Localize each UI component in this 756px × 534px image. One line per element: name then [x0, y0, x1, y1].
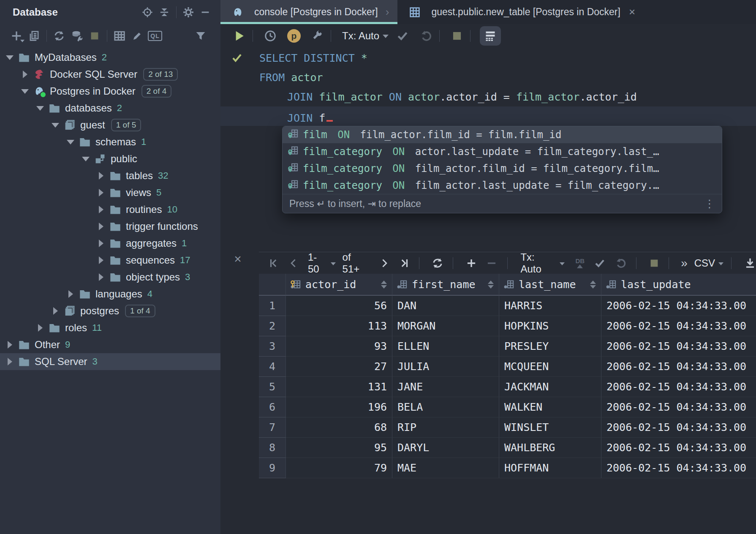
- cell-actor_id[interactable]: 113: [286, 316, 392, 336]
- cell-actor_id[interactable]: 56: [286, 296, 392, 316]
- cell-last_name[interactable]: WALKEN: [499, 397, 601, 417]
- tree-item-aggregates[interactable]: aggregates1: [0, 235, 220, 252]
- column-header-last_name[interactable]: last_name: [499, 274, 601, 296]
- code-line-2[interactable]: FROM actor: [220, 68, 756, 87]
- collapse-arrow-icon[interactable]: [4, 55, 15, 60]
- collapse-arrow-icon[interactable]: [50, 123, 61, 128]
- cell-last_name[interactable]: HOPKINS: [499, 316, 601, 336]
- tree-item-sql-server[interactable]: SQL Server3: [0, 353, 220, 370]
- cell-last_update[interactable]: 2006-02-15 04:34:33.00: [601, 438, 756, 458]
- expand-arrow-icon[interactable]: [95, 172, 106, 180]
- add-datasource-button[interactable]: [8, 27, 25, 45]
- cell-last_update[interactable]: 2006-02-15 04:34:33.00: [601, 296, 756, 316]
- wrench-icon[interactable]: [308, 26, 327, 46]
- tree-item-sequences[interactable]: sequences17: [0, 252, 220, 269]
- profiler-icon[interactable]: p: [284, 26, 304, 46]
- locate-icon[interactable]: [139, 4, 156, 21]
- tree-item-public[interactable]: public: [0, 150, 220, 167]
- cell-first_name[interactable]: DAN: [392, 296, 499, 316]
- datasource-properties-icon[interactable]: [68, 27, 86, 45]
- tree-item-other[interactable]: Other9: [0, 336, 220, 353]
- code-line-3[interactable]: JOIN film_actor ON actor.actor_id = film…: [220, 87, 756, 106]
- cell-actor_id[interactable]: 93: [286, 336, 392, 357]
- tree-item-docker-sql-server[interactable]: Docker SQL Server2 of 13: [0, 66, 220, 83]
- cell-last_update[interactable]: 2006-02-15 04:34:33.00: [601, 458, 756, 478]
- close-results-icon[interactable]: ×: [231, 252, 245, 266]
- column-header-first_name[interactable]: first_name: [392, 274, 499, 296]
- tree-item-trigger-functions[interactable]: trigger functions: [0, 218, 220, 235]
- tree-item-object-types[interactable]: object types3: [0, 269, 220, 286]
- hide-panel-icon[interactable]: [197, 4, 214, 21]
- cell-first_name[interactable]: RIP: [392, 417, 499, 438]
- cell-actor_id[interactable]: 68: [286, 417, 392, 438]
- download-icon[interactable]: [744, 257, 756, 269]
- column-header-actor_id[interactable]: actor_id: [286, 274, 392, 296]
- tree-item-roles[interactable]: roles11: [0, 319, 220, 336]
- last-page-icon[interactable]: [399, 258, 410, 269]
- cell-first_name[interactable]: DARYL: [392, 438, 499, 458]
- expand-arrow-icon[interactable]: [4, 358, 15, 365]
- jump-to-console-icon[interactable]: QL: [146, 27, 164, 45]
- tree-item-mydatabases[interactable]: MyDatabases2: [0, 49, 220, 66]
- sort-arrows-icon[interactable]: [488, 281, 494, 289]
- history-clock-icon[interactable]: [261, 26, 280, 46]
- collapse-arrow-icon[interactable]: [65, 140, 76, 144]
- refresh-icon[interactable]: [50, 27, 68, 45]
- cell-last_name[interactable]: JACKMAN: [499, 377, 601, 397]
- collapse-arrow-icon[interactable]: [80, 157, 91, 161]
- tab-new-table[interactable]: guest.public.new_table [Postgres in Dock…: [397, 0, 644, 24]
- row-number[interactable]: 9: [259, 458, 286, 478]
- row-number[interactable]: 7: [259, 417, 286, 438]
- expand-arrow-icon[interactable]: [4, 341, 15, 349]
- gear-icon[interactable]: [180, 4, 197, 21]
- cell-first_name[interactable]: MAE: [392, 458, 499, 478]
- page-range-dropdown[interactable]: 1-50: [308, 251, 336, 275]
- collapse-all-icon[interactable]: [156, 4, 173, 21]
- cell-last_name[interactable]: HOFFMAN: [499, 458, 601, 478]
- cell-actor_id[interactable]: 79: [286, 458, 392, 478]
- run-button[interactable]: [230, 26, 249, 46]
- cell-first_name[interactable]: JULIA: [392, 357, 499, 377]
- code-line-1[interactable]: SELECT DISTINCT *: [220, 48, 756, 68]
- expand-arrow-icon[interactable]: [95, 189, 106, 196]
- row-number[interactable]: 6: [259, 397, 286, 417]
- collapse-arrow-icon[interactable]: [19, 89, 30, 94]
- duplicate-icon[interactable]: [25, 27, 43, 45]
- cell-first_name[interactable]: ELLEN: [392, 336, 499, 357]
- row-number[interactable]: 2: [259, 316, 286, 336]
- collapse-arrow-icon[interactable]: [35, 106, 46, 111]
- cell-first_name[interactable]: MORGAN: [392, 316, 499, 336]
- table-view-icon[interactable]: [111, 27, 128, 45]
- tree-item-postgres[interactable]: postgres1 of 4: [0, 302, 220, 319]
- column-header-last_update[interactable]: last_update: [601, 274, 756, 296]
- cell-last_name[interactable]: PRESLEY: [499, 336, 601, 357]
- cell-actor_id[interactable]: 196: [286, 397, 392, 417]
- tx-mode-dropdown[interactable]: Tx: Auto: [342, 30, 389, 42]
- cell-actor_id[interactable]: 131: [286, 377, 392, 397]
- results-tx-dropdown[interactable]: Tx: Auto: [520, 251, 564, 275]
- cell-last_update[interactable]: 2006-02-15 04:34:33.00: [601, 357, 756, 377]
- tab-console[interactable]: console [Postgres in Docker] ›: [220, 0, 397, 24]
- cell-actor_id[interactable]: 95: [286, 438, 392, 458]
- cell-last_name[interactable]: WINSLET: [499, 417, 601, 438]
- tree-item-schemas[interactable]: schemas1: [0, 134, 220, 150]
- expand-arrow-icon[interactable]: [95, 273, 106, 281]
- cell-actor_id[interactable]: 27: [286, 357, 392, 377]
- close-icon[interactable]: ×: [629, 5, 635, 19]
- expand-arrow-icon[interactable]: [95, 240, 106, 247]
- tree-item-views[interactable]: views5: [0, 184, 220, 201]
- export-format-dropdown[interactable]: CSV: [694, 257, 723, 269]
- cell-last_name[interactable]: WAHLBERG: [499, 438, 601, 458]
- completion-item-3[interactable]: film_category ON film_actor.film_id = fi…: [283, 160, 722, 177]
- more-chevrons-icon[interactable]: »: [681, 256, 688, 270]
- cell-last_name[interactable]: HARRIS: [499, 296, 601, 316]
- sort-arrows-icon[interactable]: [590, 281, 596, 289]
- expand-arrow-icon[interactable]: [95, 206, 106, 213]
- kebab-menu-icon[interactable]: ⋮: [704, 197, 715, 210]
- tree-item-tables[interactable]: tables32: [0, 167, 220, 184]
- expand-arrow-icon[interactable]: [95, 223, 106, 230]
- cell-last_name[interactable]: MCQUEEN: [499, 357, 601, 377]
- completion-item-1[interactable]: film ON film_actor.film_id = film.film_i…: [283, 126, 722, 143]
- expand-arrow-icon[interactable]: [50, 307, 61, 315]
- edit-pencil-icon[interactable]: [128, 27, 146, 45]
